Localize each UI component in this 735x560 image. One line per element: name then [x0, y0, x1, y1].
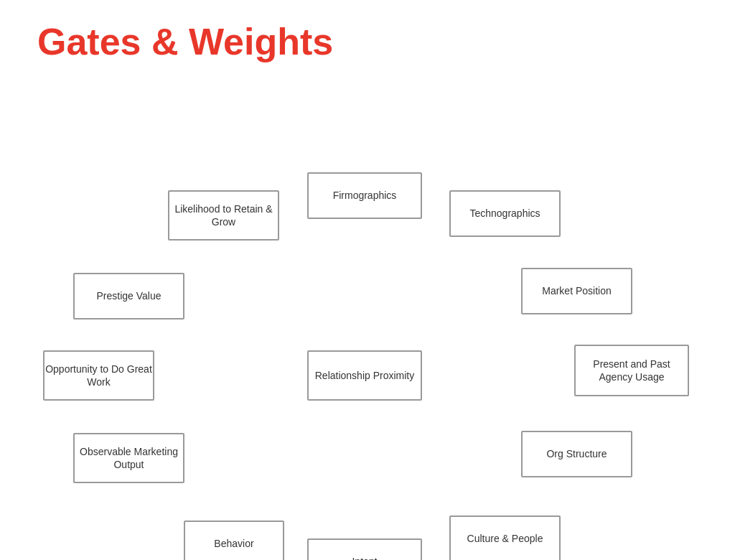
node-market-position: Market Position	[521, 268, 632, 314]
node-present-past-agency: Present and Past Agency Usage	[574, 345, 689, 396]
node-org-structure: Org Structure	[521, 431, 632, 477]
node-technographics: Technographics	[449, 190, 561, 237]
node-opportunity: Opportunity to Do Great Work	[43, 350, 154, 401]
node-behavior: Behavior	[184, 521, 284, 560]
node-likelihood: Likelihood to Retain & Grow	[168, 190, 279, 241]
page-title: Gates & Weights	[0, 0, 735, 63]
node-culture-people: Culture & People	[449, 515, 561, 560]
diagram-area: FirmographicsTechnographicsLikelihood to…	[0, 79, 735, 560]
node-observable-marketing: Observable Marketing Output	[73, 433, 184, 483]
node-intent: Intent	[307, 538, 422, 560]
node-firmographics: Firmographics	[307, 172, 422, 219]
node-prestige-value: Prestige Value	[73, 273, 184, 319]
node-relationship-proximity: Relationship Proximity	[307, 350, 422, 401]
